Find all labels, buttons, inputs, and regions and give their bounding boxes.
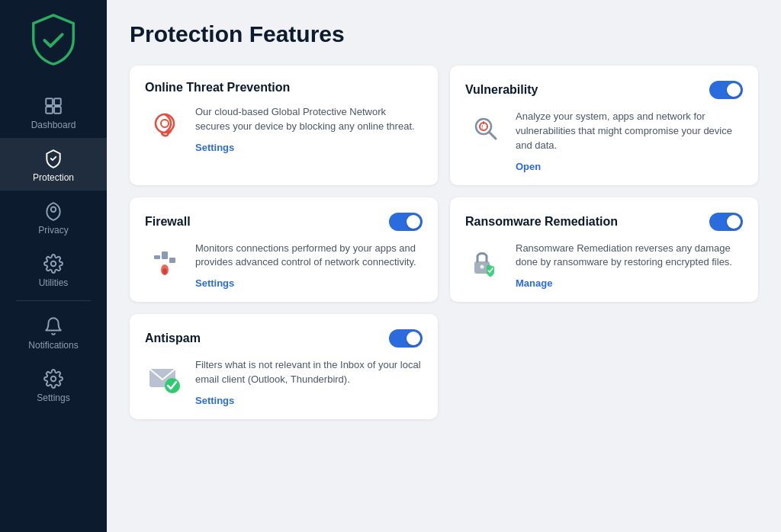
sidebar-item-privacy[interactable]: Privacy bbox=[0, 191, 107, 243]
card-firewall: Firewall Monitors connections performed bbox=[130, 197, 438, 303]
card-body-firewall: Monitors connections performed by your a… bbox=[145, 242, 423, 290]
svg-point-20 bbox=[480, 264, 484, 268]
notifications-label: Notifications bbox=[28, 340, 78, 351]
card-desc-ransomware: Ransomware Remediation reverses any dama… bbox=[516, 242, 743, 271]
features-grid: Online Threat Prevention Our cloud-based… bbox=[130, 66, 758, 419]
sidebar-item-settings[interactable]: Settings bbox=[0, 358, 107, 411]
sidebar-nav: Dashboard Protection Privacy Utilities bbox=[0, 79, 107, 532]
card-header-antispam: Antispam bbox=[145, 329, 423, 348]
app-logo bbox=[30, 14, 77, 66]
firewall-icon bbox=[145, 242, 185, 281]
svg-rect-3 bbox=[54, 107, 61, 114]
svg-rect-0 bbox=[46, 98, 53, 105]
card-header-vulnerability: Vulnerability bbox=[465, 81, 743, 99]
card-title-antispam: Antispam bbox=[145, 332, 201, 345]
utilities-icon bbox=[43, 254, 63, 274]
svg-point-8 bbox=[161, 120, 169, 127]
vulnerability-toggle[interactable] bbox=[709, 81, 743, 99]
ransomware-icon bbox=[465, 242, 505, 281]
sidebar-divider bbox=[16, 300, 91, 301]
vulnerability-icon: ! bbox=[465, 110, 505, 149]
card-link-ransomware[interactable]: Manage bbox=[516, 277, 552, 289]
svg-text:!: ! bbox=[481, 124, 483, 130]
card-link-threat[interactable]: Settings bbox=[195, 142, 234, 153]
card-header-firewall: Firewall bbox=[145, 213, 423, 231]
notifications-icon bbox=[43, 316, 63, 336]
card-title-vulnerability: Vulnerability bbox=[465, 83, 538, 97]
card-antispam: Antispam Filters what is not relevant in bbox=[130, 314, 438, 419]
card-title-threat: Online Threat Prevention bbox=[145, 81, 290, 95]
card-body-ransomware: Ransomware Remediation reverses any dama… bbox=[465, 242, 743, 290]
page-title: Protection Features bbox=[130, 21, 758, 47]
card-info-vulnerability: Analyze your system, apps and network fo… bbox=[516, 110, 743, 173]
card-header-threat: Online Threat Prevention bbox=[145, 81, 423, 95]
card-desc-antispam: Filters what is not relevant in the Inbo… bbox=[195, 358, 423, 387]
card-online-threat-prevention: Online Threat Prevention Our cloud-based… bbox=[130, 66, 438, 185]
svg-rect-2 bbox=[46, 107, 53, 114]
svg-rect-1 bbox=[54, 98, 61, 105]
card-vulnerability: Vulnerability ! Analyze your system, app… bbox=[450, 66, 758, 185]
card-link-antispam[interactable]: Settings bbox=[195, 395, 234, 406]
card-info-threat: Our cloud-based Global Protective Networ… bbox=[195, 105, 423, 154]
main-content: Protection Features Online Threat Preven… bbox=[107, 0, 781, 532]
sidebar: Dashboard Protection Privacy Utilities bbox=[0, 0, 107, 532]
antispam-icon bbox=[145, 358, 185, 398]
card-info-ransomware: Ransomware Remediation reverses any dama… bbox=[516, 242, 743, 290]
dashboard-icon bbox=[43, 96, 63, 116]
firewall-toggle[interactable] bbox=[389, 213, 423, 231]
threat-icon bbox=[145, 105, 185, 145]
card-title-firewall: Firewall bbox=[145, 215, 191, 229]
svg-point-18 bbox=[162, 268, 167, 274]
utilities-label: Utilities bbox=[39, 277, 69, 288]
card-desc-vulnerability: Analyze your system, apps and network fo… bbox=[516, 110, 743, 153]
ransomware-toggle[interactable] bbox=[709, 213, 743, 231]
sidebar-item-dashboard[interactable]: Dashboard bbox=[0, 85, 107, 138]
svg-rect-16 bbox=[169, 258, 175, 263]
card-desc-threat: Our cloud-based Global Protective Networ… bbox=[195, 105, 423, 134]
card-header-ransomware: Ransomware Remediation bbox=[465, 213, 743, 231]
card-desc-firewall: Monitors connections performed by your a… bbox=[195, 242, 423, 271]
protection-icon bbox=[43, 149, 63, 168]
sidebar-item-notifications[interactable]: Notifications bbox=[0, 306, 107, 358]
antispam-toggle[interactable] bbox=[389, 329, 423, 348]
settings-icon bbox=[43, 369, 63, 389]
svg-point-6 bbox=[51, 377, 56, 382]
card-link-vulnerability[interactable]: Open bbox=[516, 161, 541, 172]
svg-rect-15 bbox=[162, 252, 168, 259]
svg-rect-14 bbox=[154, 255, 160, 259]
card-body-antispam: Filters what is not relevant in the Inbo… bbox=[145, 358, 423, 407]
protection-label: Protection bbox=[33, 172, 74, 183]
card-link-firewall[interactable]: Settings bbox=[195, 277, 234, 289]
settings-label: Settings bbox=[37, 393, 69, 403]
card-ransomware: Ransomware Remediation Rans bbox=[450, 197, 758, 303]
privacy-label: Privacy bbox=[38, 225, 68, 236]
card-body-threat: Our cloud-based Global Protective Networ… bbox=[145, 105, 423, 154]
svg-point-4 bbox=[51, 207, 56, 213]
dashboard-label: Dashboard bbox=[31, 120, 76, 130]
card-info-antispam: Filters what is not relevant in the Inbo… bbox=[195, 358, 423, 407]
card-info-firewall: Monitors connections performed by your a… bbox=[195, 242, 423, 290]
card-body-vulnerability: ! Analyze your system, apps and network … bbox=[465, 110, 743, 173]
svg-point-5 bbox=[51, 261, 56, 267]
svg-line-10 bbox=[489, 132, 496, 139]
privacy-icon bbox=[43, 201, 63, 221]
logo-area bbox=[0, 0, 107, 79]
card-title-ransomware: Ransomware Remediation bbox=[465, 215, 618, 229]
sidebar-item-utilities[interactable]: Utilities bbox=[0, 243, 107, 296]
sidebar-item-protection[interactable]: Protection bbox=[0, 138, 107, 191]
